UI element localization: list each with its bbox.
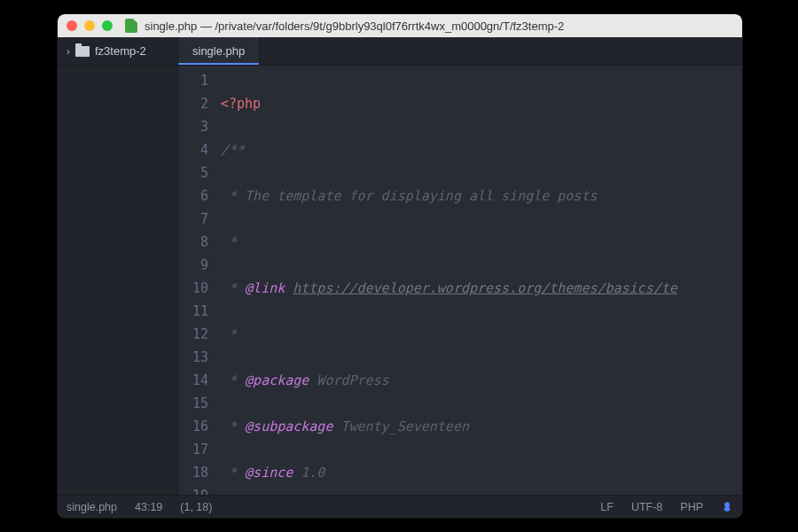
minimize-icon[interactable] (84, 20, 95, 31)
document-icon (125, 19, 137, 33)
line-gutter: 123 456 789 101112 131415 161718 19 (178, 66, 217, 495)
tree-root[interactable]: › fz3temp-2 (58, 37, 178, 65)
status-encoding[interactable]: UTF-8 (631, 501, 662, 513)
status-file[interactable]: single.php (66, 501, 117, 513)
status-bar: single.php 43:19 (1, 18) LF UTF-8 PHP (58, 495, 742, 518)
editor-window: single.php — /private/var/folders/9t/g9b… (58, 14, 742, 518)
window-controls (66, 20, 113, 31)
window-title: single.php — /private/var/folders/9t/g9b… (145, 20, 733, 33)
main-area: 123 456 789 101112 131415 161718 19 <?ph… (58, 66, 742, 495)
titlebar: single.php — /private/var/folders/9t/g9b… (58, 14, 742, 37)
status-eol[interactable]: LF (600, 501, 614, 513)
status-language[interactable]: PHP (680, 501, 703, 513)
tab-single-php[interactable]: single.php (178, 37, 260, 65)
tab-bar: › fz3temp-2 single.php (58, 37, 742, 66)
file-tree-sidebar[interactable] (58, 66, 178, 495)
tab-label: single.php (192, 44, 245, 58)
chevron-right-icon: › (66, 45, 70, 58)
squirrel-icon[interactable] (721, 501, 733, 513)
status-selection[interactable]: (1, 18) (180, 501, 212, 513)
tree-root-label: fz3temp-2 (95, 44, 146, 58)
folder-icon (75, 46, 90, 57)
status-position[interactable]: 43:19 (135, 501, 162, 513)
code-editor[interactable]: 123 456 789 101112 131415 161718 19 <?ph… (178, 66, 742, 495)
code-content[interactable]: <?php /** * The template for displaying … (217, 66, 742, 495)
zoom-icon[interactable] (102, 20, 113, 31)
close-icon[interactable] (66, 20, 77, 31)
